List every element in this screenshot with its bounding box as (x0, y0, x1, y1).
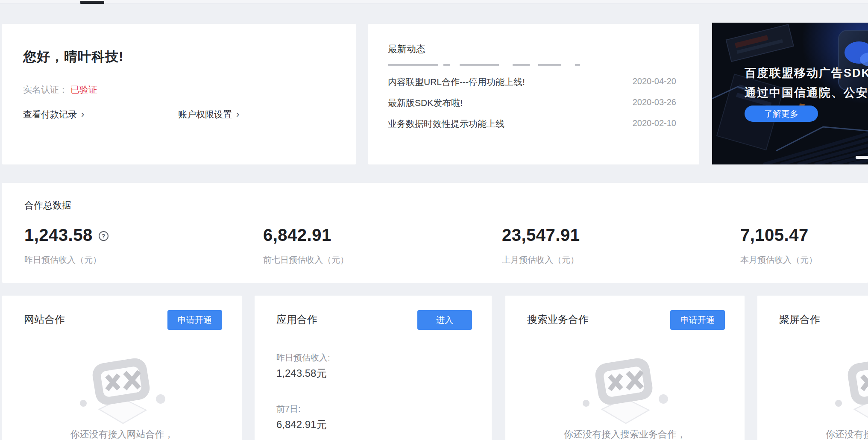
stat-label: 昨日预估收入（元） (24, 254, 255, 266)
news-card: 最新动态 内容联盟URL合作---停用功能上线! 2020-04-20 最新版S… (368, 24, 699, 164)
verified-badge: 已验证 (70, 85, 97, 94)
stats-title: 合作总数据 (24, 199, 71, 212)
account-permission-link[interactable]: 账户权限设置› (178, 109, 239, 120)
stat-value: 1,243.58 (24, 226, 93, 245)
metric-value: 6,842.91元 (276, 418, 326, 431)
stat-value: 6,842.91 (263, 226, 331, 245)
page-title: 您好，晴叶科技! (23, 48, 123, 66)
stat-item-yesterday: 1,243.58? 昨日预估收入（元） (24, 226, 255, 266)
news-item[interactable]: 内容联盟URL合作---停用功能上线! 2020-04-20 (388, 76, 676, 89)
top-strip (0, 0, 868, 4)
news-item-title: 内容联盟URL合作---停用功能上线! (388, 76, 525, 88)
metric-label: 前7日: (276, 403, 301, 415)
news-item-date: 2020-03-26 (633, 97, 676, 107)
help-icon[interactable]: ? (99, 231, 108, 241)
learn-more-button[interactable]: 了解更多 (745, 106, 818, 122)
card-title: 网站合作 (24, 313, 65, 326)
stat-item-thismonth: 7,105.47 本月预估收入（元） (740, 226, 868, 266)
coop-card-juping: 聚屏合作 你还没有接入聚屏合作， (757, 296, 868, 440)
stat-label: 上月预估收入（元） (502, 254, 733, 266)
news-item[interactable]: 业务数据时效性提示功能上线 2020-02-10 (388, 118, 676, 131)
promo-banner[interactable]: 百度联盟移动广告SDK 通过中国信通院、公安 了解更多 (712, 23, 868, 164)
news-item-title: 业务数据时效性提示功能上线 (388, 118, 504, 130)
empty-state-illustration (581, 352, 669, 430)
stat-value: 23,547.91 (502, 226, 580, 245)
apply-open-button[interactable]: 申请开通 (670, 310, 725, 330)
empty-state-illustration (834, 352, 868, 430)
card-title: 搜索业务合作 (527, 313, 589, 326)
news-item-date: 2020-02-10 (633, 118, 676, 128)
banner-headline-line2: 通过中国信通院、公安 (745, 85, 868, 100)
chevron-right-icon: › (236, 109, 239, 120)
news-item[interactable]: 最新版SDK发布啦! 2020-03-26 (388, 97, 676, 110)
stat-value: 7,105.47 (740, 226, 809, 245)
news-item-date: 2020-04-20 (633, 76, 676, 86)
card-title: 应用合作 (276, 313, 317, 326)
stat-label: 本月预估收入（元） (740, 254, 868, 266)
empty-state-text: 你还没有接入聚屏合作， (757, 428, 868, 440)
coop-card-website: 网站合作 申请开通 你还没有接入网站合作， (2, 296, 242, 440)
realname-label: 实名认证： (23, 85, 68, 94)
news-item-scrolling-clipped (388, 64, 580, 67)
card-title: 聚屏合作 (779, 313, 820, 326)
payment-records-link[interactable]: 查看付款记录› (23, 109, 84, 120)
apply-open-button[interactable]: 申请开通 (167, 310, 222, 330)
realname-row: 实名认证：已验证 (23, 84, 97, 96)
coop-card-app: 应用合作 进入 昨日预估收入: 1,243.58元 前7日: 6,842.91元 (255, 296, 492, 440)
greeting-card: 您好，晴叶科技! 实名认证：已验证 查看付款记录› 账户权限设置› (2, 24, 356, 164)
metric-label: 昨日预估收入: (276, 352, 330, 364)
chevron-right-icon: › (81, 109, 84, 120)
stat-item-lastmonth: 23,547.91 上月预估收入（元） (502, 226, 733, 266)
empty-state-text: 你还没有接入搜索业务合作， (505, 428, 745, 440)
stat-item-last7days: 6,842.91 前七日预估收入（元） (263, 226, 494, 266)
carousel-indicator (856, 156, 868, 159)
news-title: 最新动态 (388, 43, 425, 56)
banner-headline-line1: 百度联盟移动广告SDK (745, 65, 868, 81)
coop-card-search: 搜索业务合作 申请开通 你还没有接入搜索业务合作， (505, 296, 745, 440)
account-permission-label: 账户权限设置 (178, 109, 232, 119)
stats-card: 合作总数据 1,243.58? 昨日预估收入（元） 6,842.91 前七日预估… (2, 183, 868, 283)
enter-button[interactable]: 进入 (417, 310, 472, 330)
empty-state-illustration (79, 352, 166, 430)
tab-indicator-dash (80, 1, 104, 4)
stat-label: 前七日预估收入（元） (263, 254, 494, 266)
news-item-title: 最新版SDK发布啦! (388, 97, 463, 109)
payment-records-label: 查看付款记录 (23, 109, 77, 119)
empty-state-text: 你还没有接入网站合作， (2, 428, 242, 440)
metric-value: 1,243.58元 (276, 367, 326, 380)
